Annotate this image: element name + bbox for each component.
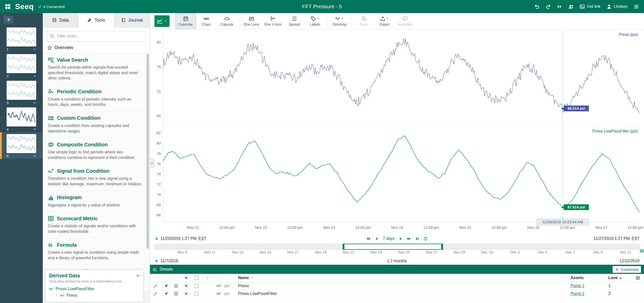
hamburger-menu-icon[interactable] — [634, 4, 639, 9]
tool-item-value-search[interactable]: Value SearchSearch for periods within si… — [43, 53, 150, 85]
add-worksheet-button[interactable] — [4, 16, 14, 24]
chevron-down-icon[interactable] — [33, 101, 36, 104]
toolbar-button-one-y-axis[interactable]: One Y-Axis — [262, 13, 284, 29]
display-range-end[interactable]: 11/27/2018 1:27 PM EST — [594, 236, 639, 241]
display-range-start[interactable]: 11/20/2018 1:27 PM EST — [154, 236, 206, 241]
tool-item-scorecard-metric[interactable]: Scorecard MetricCreate a statistic of si… — [43, 212, 150, 238]
remove-all-icon[interactable] — [184, 276, 188, 280]
tool-item-custom-condition[interactable]: Custom ConditionCreate a condition from … — [43, 111, 150, 138]
get-link-button[interactable]: Get link — [580, 4, 600, 9]
worksheet-preview[interactable] — [7, 27, 36, 47]
toolbar-button-spread[interactable]: Spread — [284, 13, 305, 29]
details-row[interactable]: psiPress LowPassFilterPump 12 — [150, 290, 644, 298]
column-header-assets[interactable]: Assets — [571, 276, 608, 280]
chevron-down-icon[interactable] — [33, 74, 36, 78]
toolbar-button-capsule[interactable]: Capsule — [217, 13, 237, 29]
select-all-checkbox[interactable] — [194, 276, 198, 280]
worksheet-preview[interactable] — [7, 81, 36, 100]
seeq-logo[interactable]: Seeq — [15, 2, 34, 11]
pencil-icon[interactable] — [153, 292, 157, 296]
sort-icon[interactable] — [206, 276, 209, 279]
row-checkbox[interactable] — [194, 284, 198, 288]
present-icon[interactable] — [557, 4, 562, 9]
asset-link[interactable]: Pump 1 — [571, 291, 584, 296]
worksheet-preview[interactable] — [7, 107, 36, 126]
jump-to-end-icon[interactable] — [415, 237, 420, 241]
refresh-icon[interactable] — [424, 237, 428, 241]
table-options-icon[interactable] — [636, 276, 640, 280]
tool-item-histogram[interactable]: HistogramAggregate a signal by y-value o… — [43, 191, 150, 212]
svg-text:68: 68 — [156, 203, 161, 207]
value-search-icon — [48, 57, 54, 63]
asset-link[interactable]: Pump 1 — [571, 284, 584, 288]
customize-button[interactable]: Customize — [613, 266, 641, 273]
timeline-selection-window[interactable] — [343, 244, 443, 250]
derived-item-child[interactable]: └Press — [55, 292, 140, 299]
investigate-duration[interactable]: 1.2 months — [387, 259, 407, 263]
pencil-icon[interactable] — [153, 284, 157, 288]
worksheet-thumbnail[interactable]: 5 — [0, 132, 43, 159]
timeline-track[interactable] — [154, 244, 639, 249]
tool-item-periodic-condition[interactable]: Periodic ConditionCreate a condition of … — [43, 85, 150, 111]
x-mark-icon[interactable] — [184, 292, 188, 295]
send-icon[interactable] — [164, 292, 168, 296]
worksheet-view-selector[interactable] — [154, 15, 170, 27]
info-icon[interactable] — [174, 292, 178, 296]
tab-journal[interactable]: Journal — [114, 13, 150, 27]
chevron-down-icon[interactable] — [33, 128, 36, 131]
toolbar-button-labels[interactable]: Labels — [305, 13, 325, 29]
toolbar-button-one-lane[interactable]: One Lane — [241, 13, 262, 29]
send-icon[interactable] — [164, 284, 168, 288]
chevron-down-icon[interactable] — [33, 48, 36, 51]
rewind-icon[interactable] — [366, 237, 370, 241]
toolbar-button-annotate[interactable]: Annotate — [395, 13, 415, 29]
info-icon[interactable] — [174, 284, 178, 288]
worksheet-preview[interactable] — [7, 134, 36, 153]
step-forward-icon[interactable] — [399, 237, 403, 241]
x-mark-icon[interactable] — [184, 284, 188, 288]
toolbar-button-chain[interactable]: Chain — [196, 13, 217, 29]
tab-tools[interactable]: Tools — [78, 13, 114, 27]
range-start-timezone[interactable]: EST — [198, 236, 206, 241]
step-back-icon[interactable] — [374, 237, 379, 241]
undo-icon[interactable] — [534, 4, 540, 9]
signal-name[interactable]: Press LowPassFilter — [238, 291, 571, 296]
scrollbar-thumb[interactable] — [147, 54, 149, 249]
tool-search-input[interactable] — [47, 31, 146, 41]
details-row[interactable]: psiPressPump 11 — [150, 282, 644, 290]
user-menu[interactable]: Lindsey — [607, 4, 628, 9]
worksheet-thumbnail[interactable]: 3 — [0, 79, 43, 106]
worksheet-thumbnail[interactable]: 2 — [0, 52, 43, 79]
range-end-timezone[interactable]: EST — [632, 236, 639, 241]
worksheet-thumbnail[interactable]: 1 — [0, 26, 43, 52]
toolbar-button-dimming[interactable]: Dimming — [329, 13, 350, 29]
investigate-range-end[interactable]: 12/12/2018 — [619, 259, 639, 263]
chevron-down-icon[interactable] — [33, 154, 36, 158]
toolbar-button-zoom[interactable]: Zoom — [353, 13, 374, 29]
duration-selector[interactable]: 7 days — [383, 236, 394, 241]
connection-status[interactable]: 4 Connected — [38, 5, 65, 9]
row-checkbox[interactable] — [194, 292, 198, 296]
column-header-lane[interactable]: Lane ▲ — [608, 276, 631, 280]
timeline-grid-icon[interactable] — [640, 249, 644, 253]
redo-icon[interactable] — [546, 4, 551, 9]
panel-collapse-handle[interactable]: « — [150, 158, 154, 168]
tool-item-formula[interactable]: fxFormulaCreate a new signal or conditio… — [43, 238, 150, 265]
tool-item-composite-condition[interactable]: Composite ConditionUse simple logic to f… — [43, 138, 150, 164]
tools-overview-link[interactable]: Overview — [43, 44, 150, 53]
chevron-down-icon[interactable] — [136, 274, 140, 278]
toolbar-button-calendar[interactable]: Calendar — [175, 13, 196, 29]
users-icon[interactable] — [568, 4, 574, 9]
fast-forward-icon[interactable] — [407, 237, 411, 241]
investigate-range-start[interactable]: 11/7/2018 — [154, 259, 178, 263]
tool-item-signal-from-condition[interactable]: Signal from ConditionTransform a conditi… — [43, 164, 150, 191]
trend-chart[interactable]: 80757065Press (psi)828078767472706866Pre… — [150, 29, 644, 234]
tab-data[interactable]: Data — [43, 13, 78, 27]
worksheet-thumbnail[interactable]: 4 — [0, 106, 43, 132]
toolbar-button-export[interactable]: Export — [374, 13, 395, 29]
column-header-name[interactable]: Name — [238, 276, 571, 280]
apps-grid-icon[interactable] — [5, 4, 11, 9]
worksheet-preview[interactable] — [7, 54, 36, 73]
derived-item[interactable]: Press LowPassFilter — [49, 286, 140, 292]
signal-name[interactable]: Press — [238, 283, 571, 288]
